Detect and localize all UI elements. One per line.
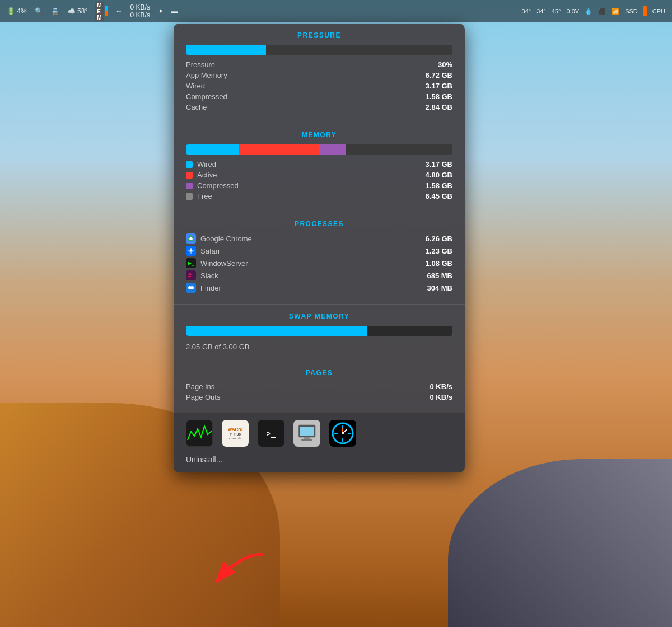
- pressure-label: Pressure: [186, 60, 215, 69]
- mem-badge[interactable]: MEM: [95, 2, 108, 21]
- memory-bar: [186, 144, 452, 155]
- slack-process-label: # Slack: [186, 270, 218, 280]
- wired-pressure-value: 3.17 GB: [426, 82, 452, 90]
- wired-dot: [186, 161, 193, 168]
- activity-monitor-dock-icon[interactable]: [186, 420, 213, 447]
- windowserver-process-label: ▶_ WindowServer: [186, 258, 248, 268]
- ssd-label: SSD: [625, 8, 638, 15]
- slack-process-value: 685 MB: [427, 272, 452, 280]
- free-dot: [186, 193, 193, 200]
- memory-bar-free: [346, 144, 452, 155]
- cache-row: Cache 2.84 GB: [186, 103, 452, 111]
- menubar: 🔋 4% 🔍 🚆 ☁️ 58° MEM ↔ 0 KB/s 0 KB/s ✦ ▬ …: [0, 0, 672, 22]
- pressure-section: PRESSURE Pressure 30% App Memory 6.72 GB…: [174, 24, 465, 123]
- free-memory-value: 6.45 GB: [426, 192, 452, 200]
- pressure-row: Pressure 30%: [186, 60, 452, 69]
- active-dot: [186, 172, 193, 179]
- istat-dock-icon[interactable]: [329, 420, 356, 447]
- page-outs-value: 0 KB/s: [430, 393, 452, 401]
- pages-section: PAGES Page Ins 0 KB/s Page Outs 0 KB/s: [174, 361, 465, 413]
- system-info-dock-icon[interactable]: [293, 420, 320, 447]
- battery-indicator: 🔋 4%: [7, 7, 27, 15]
- resize-icon[interactable]: ↔: [116, 7, 123, 15]
- terminal-dock-icon[interactable]: >_: [258, 420, 284, 447]
- uninstall-label[interactable]: Uninstall...: [186, 455, 222, 464]
- page-ins-row: Page Ins 0 KB/s: [186, 382, 452, 391]
- active-memory-value: 4.80 GB: [426, 171, 452, 179]
- app-memory-row: App Memory 6.72 GB: [186, 71, 452, 79]
- chrome-process-label: Google Chrome: [186, 233, 252, 244]
- finder-process-label: Finder: [186, 283, 221, 293]
- swap-bar-fill: [186, 326, 367, 336]
- app-memory-label: App Memory: [186, 71, 227, 79]
- page-ins-value: 0 KB/s: [430, 382, 452, 391]
- cache-label: Cache: [186, 103, 207, 111]
- console-dock-icon[interactable]: WARNI Y 7:36 console: [222, 420, 249, 447]
- water-icon[interactable]: 💧: [585, 8, 592, 15]
- cpu-bar-mini: [643, 6, 647, 16]
- svg-rect-15: [301, 439, 312, 441]
- temp-sensor-1: 34°: [522, 8, 531, 15]
- pressure-bar-fill: [186, 45, 266, 55]
- pages-title: PAGES: [186, 369, 452, 377]
- safari-icon: [186, 246, 196, 256]
- memory-bar-compressed: [319, 144, 346, 155]
- wifi-icon[interactable]: 📶: [612, 8, 619, 15]
- wired-pressure-label: Wired: [186, 82, 205, 90]
- processes-section: PROCESSES Google Chrome 6.26 GB Safari 1…: [174, 212, 465, 305]
- train-icon[interactable]: 🚆: [51, 7, 59, 15]
- swap-memory-title: SWAP MEMORY: [186, 312, 452, 320]
- flux-icon[interactable]: ✦: [158, 7, 164, 15]
- pressure-bar-empty: [266, 45, 452, 55]
- terminal-icon-label: >_: [267, 429, 276, 438]
- pressure-title: PRESSURE: [186, 31, 452, 39]
- slack-icon: #: [186, 270, 196, 280]
- slack-process-row: # Slack 685 MB: [186, 270, 452, 280]
- memory-title: MEMORY: [186, 131, 452, 139]
- svg-rect-14: [304, 437, 310, 439]
- compressed-pressure-row: Compressed 1.58 GB: [186, 92, 452, 101]
- display-icon[interactable]: ▬: [171, 7, 178, 15]
- pressure-bar: [186, 45, 452, 55]
- safari-process-row: Safari 1.23 GB: [186, 246, 452, 256]
- compressed-pressure-label: Compressed: [186, 92, 227, 101]
- wired-memory-value: 3.17 GB: [426, 160, 452, 169]
- memory-section: MEMORY Wired 3.17 GB Active 4.80 GB Com: [174, 123, 465, 212]
- chrome-process-row: Google Chrome 6.26 GB: [186, 233, 452, 244]
- memory-bar-wired: [186, 144, 239, 155]
- chrome-process-value: 6.26 GB: [426, 235, 452, 243]
- windowserver-process-row: ▶_ WindowServer 1.08 GB: [186, 258, 452, 268]
- cache-value: 2.84 GB: [426, 103, 452, 111]
- chrome-icon: [186, 233, 196, 244]
- wired-memory-label: Wired: [186, 160, 216, 169]
- swap-text: 2.05 GB of 3.00 GB: [186, 343, 249, 351]
- cpu-label: CPU: [652, 8, 665, 15]
- page-ins-label: Page Ins: [186, 382, 214, 391]
- temp-sensor-3: 45°: [552, 8, 561, 15]
- compressed-pressure-value: 1.58 GB: [426, 92, 452, 101]
- wired-pressure-row: Wired 3.17 GB: [186, 82, 452, 90]
- swap-memory-section: SWAP MEMORY 2.05 GB of 3.00 GB: [174, 305, 465, 361]
- compressed-memory-label: Compressed: [186, 181, 239, 190]
- network-stats: 0 KB/s 0 KB/s: [130, 3, 150, 19]
- active-memory-row: Active 4.80 GB: [186, 171, 452, 179]
- windowserver-icon: ▶_: [186, 258, 196, 268]
- mem-label: MEM: [95, 2, 103, 21]
- free-memory-label: Free: [186, 192, 212, 200]
- svg-point-10: [190, 286, 194, 289]
- compressed-memory-value: 1.58 GB: [426, 181, 452, 190]
- screen-record-icon[interactable]: ⬛: [598, 8, 606, 15]
- compressed-dot: [186, 183, 193, 189]
- wired-memory-row: Wired 3.17 GB: [186, 160, 452, 169]
- voltage-display: 0.0V: [567, 8, 580, 15]
- mem-bar-mini: [105, 6, 108, 16]
- svg-point-24: [342, 432, 344, 434]
- app-memory-value: 6.72 GB: [426, 71, 452, 79]
- active-memory-label: Active: [186, 171, 217, 179]
- finder-process-value: 304 MB: [427, 284, 452, 292]
- svg-rect-13: [300, 427, 314, 436]
- processes-title: PROCESSES: [186, 220, 452, 228]
- weather-label: ☁️ 58°: [67, 7, 88, 15]
- magnifier-icon[interactable]: 🔍: [35, 7, 43, 15]
- compressed-memory-row: Compressed 1.58 GB: [186, 181, 452, 190]
